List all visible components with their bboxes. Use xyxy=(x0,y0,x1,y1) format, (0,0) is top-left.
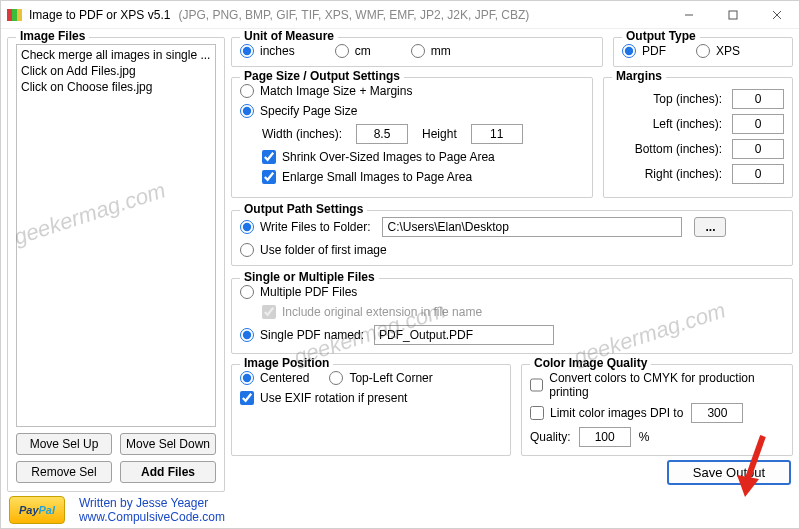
move-down-button[interactable]: Move Sel Down xyxy=(120,433,216,455)
add-files-button[interactable]: Add Files xyxy=(120,461,216,483)
titlebar: Image to PDF or XPS v5.1 (JPG, PNG, BMP,… xyxy=(1,1,799,29)
topleft-radio[interactable]: Top-Left Corner xyxy=(329,371,432,385)
margin-right-input[interactable] xyxy=(732,164,784,184)
output-path-group: Output Path Settings Write Files to Fold… xyxy=(231,210,793,266)
output-folder-input[interactable] xyxy=(382,217,682,237)
unit-inches-radio[interactable]: inches xyxy=(240,44,295,58)
limit-dpi-input[interactable] xyxy=(691,403,743,423)
svg-rect-4 xyxy=(729,11,737,19)
centered-radio[interactable]: Centered xyxy=(240,371,309,385)
limit-dpi-checkbox[interactable]: Limit color images DPI to xyxy=(530,406,683,420)
close-button[interactable] xyxy=(755,1,799,29)
unit-cm-radio[interactable]: cm xyxy=(335,44,371,58)
single-pdf-name-input[interactable] xyxy=(374,325,554,345)
specify-size-radio[interactable]: Specify Page Size xyxy=(240,104,584,118)
svg-rect-0 xyxy=(7,9,12,21)
height-input[interactable] xyxy=(471,124,523,144)
output-pdf-radio[interactable]: PDF xyxy=(622,44,666,58)
list-item[interactable]: Click on Add Files.jpg xyxy=(19,63,213,79)
width-label: Width (inches): xyxy=(262,127,342,141)
svg-rect-2 xyxy=(17,9,22,21)
quality-label: Quality: xyxy=(530,430,571,444)
margin-top-label: Top (inches): xyxy=(653,92,722,106)
unit-legend: Unit of Measure xyxy=(240,29,338,43)
list-item[interactable]: Click on Choose files.jpg xyxy=(19,79,213,95)
image-position-legend: Image Position xyxy=(240,356,333,370)
exif-checkbox[interactable]: Use EXIF rotation if present xyxy=(240,391,502,405)
color-quality-legend: Color Image Quality xyxy=(530,356,651,370)
color-quality-group: Color Image Quality Convert colors to CM… xyxy=(521,364,793,456)
margins-legend: Margins xyxy=(612,69,666,83)
maximize-button[interactable] xyxy=(711,1,755,29)
percent-label: % xyxy=(639,430,650,444)
image-files-group: Image Files Check merge all images in si… xyxy=(7,37,225,492)
include-extension-checkbox: Include original extension in file name xyxy=(262,305,784,319)
remove-button[interactable]: Remove Sel xyxy=(16,461,112,483)
convert-cmyk-checkbox[interactable]: Convert colors to CMYK for production pr… xyxy=(530,371,784,399)
margin-left-label: Left (inches): xyxy=(653,117,722,131)
minimize-button[interactable] xyxy=(667,1,711,29)
unit-mm-radio[interactable]: mm xyxy=(411,44,451,58)
shrink-checkbox[interactable]: Shrink Over-Sized Images to Page Area xyxy=(262,150,584,164)
margins-group: Margins Top (inches): Left (inches): Bot… xyxy=(603,77,793,198)
file-list[interactable]: Check merge all images in single ... Cli… xyxy=(16,44,216,427)
height-label: Height xyxy=(422,127,457,141)
match-size-radio[interactable]: Match Image Size + Margins xyxy=(240,84,584,98)
single-pdf-radio[interactable]: Single PDF named: xyxy=(240,328,364,342)
multiple-pdf-radio[interactable]: Multiple PDF Files xyxy=(240,285,784,299)
margin-bottom-input[interactable] xyxy=(732,139,784,159)
single-multiple-group: Single or Multiple Files Multiple PDF Fi… xyxy=(231,278,793,354)
page-size-legend: Page Size / Output Settings xyxy=(240,69,404,83)
move-up-button[interactable]: Move Sel Up xyxy=(16,433,112,455)
output-xps-radio[interactable]: XPS xyxy=(696,44,740,58)
save-output-button[interactable]: Save Output xyxy=(667,460,791,485)
window-title: Image to PDF or XPS v5.1 xyxy=(29,8,170,22)
margin-right-label: Right (inches): xyxy=(645,167,722,181)
output-type-group: Output Type PDF XPS xyxy=(613,37,793,67)
author-label: Written by Jesse Yeager xyxy=(79,496,225,510)
image-position-group: Image Position Centered Top-Left Corner … xyxy=(231,364,511,456)
window-buttons xyxy=(667,1,799,29)
single-multiple-legend: Single or Multiple Files xyxy=(240,270,379,284)
list-item[interactable]: Check merge all images in single ... xyxy=(19,47,213,63)
output-type-legend: Output Type xyxy=(622,29,700,43)
quality-input[interactable] xyxy=(579,427,631,447)
margin-bottom-label: Bottom (inches): xyxy=(635,142,722,156)
site-link[interactable]: www.CompulsiveCode.com xyxy=(79,510,225,524)
app-icon xyxy=(7,7,23,23)
write-folder-radio[interactable]: Write Files to Folder: xyxy=(240,220,370,234)
browse-folder-button[interactable]: ... xyxy=(694,217,726,237)
image-files-legend: Image Files xyxy=(16,29,89,43)
svg-rect-1 xyxy=(12,9,17,21)
margin-top-input[interactable] xyxy=(732,89,784,109)
output-path-legend: Output Path Settings xyxy=(240,202,367,216)
width-input[interactable] xyxy=(356,124,408,144)
unit-of-measure-group: Unit of Measure inches cm mm xyxy=(231,37,603,67)
margin-left-input[interactable] xyxy=(732,114,784,134)
use-first-folder-radio[interactable]: Use folder of first image xyxy=(240,243,784,257)
credits: Written by Jesse Yeager www.CompulsiveCo… xyxy=(79,496,225,524)
window-formats: (JPG, PNG, BMP, GIF, TIF, XPS, WMF, EMF,… xyxy=(178,8,529,22)
enlarge-checkbox[interactable]: Enlarge Small Images to Page Area xyxy=(262,170,584,184)
page-size-group: Page Size / Output Settings Match Image … xyxy=(231,77,593,198)
paypal-donate-button[interactable]: PayPal xyxy=(9,496,65,524)
